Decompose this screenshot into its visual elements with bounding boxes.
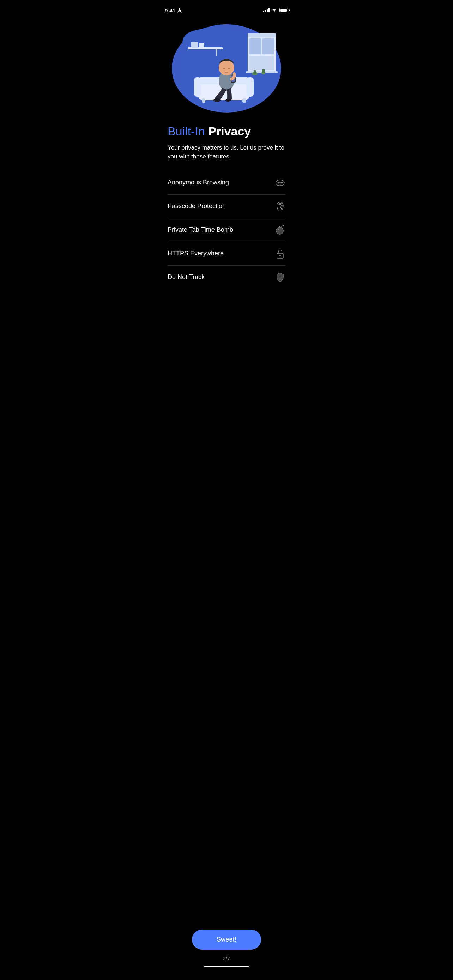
headline: Built-In Privacy [168,125,285,138]
feature-item-passcode-protection[interactable]: Passcode Protection [168,195,285,218]
status-time: 9:41 [165,7,182,13]
feature-label-private-tab-time-bomb: Private Tab Time Bomb [168,226,233,234]
svg-point-30 [281,182,283,183]
svg-rect-19 [202,99,205,103]
headline-blue: Built-In [168,124,205,138]
svg-rect-18 [246,77,254,97]
svg-rect-8 [254,70,256,74]
feature-label-passcode-protection: Passcode Protection [168,202,226,210]
feature-item-anonymous-browsing[interactable]: Anonymous Browsing [168,171,285,195]
feature-list: Anonymous Browsing Passcode Protection [168,171,285,289]
svg-rect-4 [262,38,274,54]
svg-point-40 [280,279,280,280]
feature-item-do-not-track[interactable]: Do Not Track [168,266,285,289]
svg-point-29 [278,182,280,183]
location-icon [177,8,182,13]
headline-white: Privacy [208,124,251,138]
subtitle: Your privacy matters to us. Let us prove… [168,143,285,161]
signal-bars-icon [263,8,270,12]
svg-line-34 [281,226,283,226]
hero-illustration [158,16,295,121]
svg-point-35 [278,229,279,230]
svg-rect-10 [262,70,265,73]
shield-exclamation-icon [275,272,285,283]
main-content: Built-In Privacy Your privacy matters to… [158,121,295,289]
feature-item-private-tab-time-bomb[interactable]: Private Tab Time Bomb [168,218,285,242]
svg-point-22 [213,99,221,102]
feature-item-https-everywhere[interactable]: HTTPS Everywhere [168,242,285,266]
svg-rect-5 [250,56,274,70]
svg-rect-14 [199,43,204,48]
bomb-icon [275,225,285,235]
feature-label-anonymous-browsing: Anonymous Browsing [168,179,229,186]
fingerprint-icon [275,201,285,212]
svg-rect-2 [248,33,276,37]
svg-point-32 [276,227,283,234]
svg-rect-3 [250,38,261,54]
svg-point-24 [219,60,234,75]
feature-label-do-not-track: Do Not Track [168,274,205,281]
svg-rect-20 [242,99,246,103]
lock-icon [275,248,285,259]
svg-rect-17 [194,77,201,97]
svg-rect-12 [216,49,217,56]
time-label: 9:41 [165,7,175,13]
status-bar: 9:41 [158,0,295,16]
mask-icon [275,177,285,188]
wifi-icon [272,8,277,12]
svg-point-25 [223,68,225,69]
feature-label-https-everywhere: HTTPS Everywhere [168,250,224,257]
svg-rect-13 [191,42,197,48]
svg-point-26 [228,68,230,69]
status-icons [263,8,288,12]
battery-icon [280,8,288,12]
